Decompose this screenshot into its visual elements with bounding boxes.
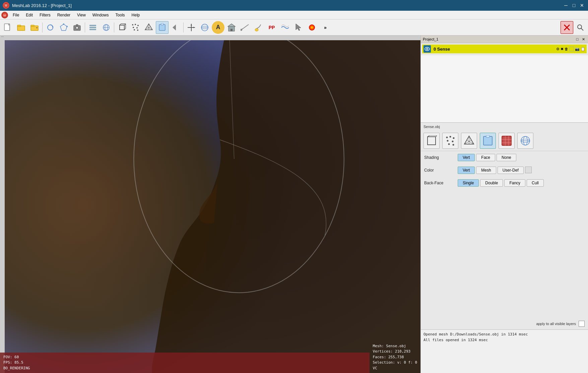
plugin-button[interactable]: PP	[265, 21, 278, 34]
layer-camera-btn[interactable]: 📷	[575, 47, 580, 51]
menu-filters[interactable]: Filters	[36, 11, 54, 19]
globe-button[interactable]	[100, 21, 113, 34]
back-button[interactable]	[169, 21, 182, 34]
menu-edit[interactable]: Edit	[22, 11, 36, 19]
project-restore-button[interactable]: □	[575, 37, 580, 42]
color-mesh-button[interactable]: Mesh	[476, 167, 496, 174]
toolbar-sep-2	[85, 22, 85, 33]
stop-button[interactable]	[561, 21, 573, 34]
open-recent-button[interactable]	[28, 21, 41, 34]
shading-face-button[interactable]: Face	[476, 154, 495, 161]
color-swatch[interactable]	[525, 167, 532, 173]
close-button[interactable]: ✕	[579, 2, 585, 9]
search-toolbar-button[interactable]	[574, 21, 587, 34]
apply-checkbox[interactable]	[579, 321, 585, 327]
color-userdef-button[interactable]: User-Def	[498, 167, 524, 174]
svg-point-33	[137, 25, 139, 26]
project-header: Project_1 □ ✕	[421, 36, 588, 43]
fov-text: FOV: 60	[3, 355, 366, 360]
svg-rect-7	[17, 25, 21, 26]
project-close-button[interactable]: ✕	[581, 37, 586, 42]
text-a-button[interactable]: A	[212, 21, 224, 34]
shading-vert-button[interactable]: Vert	[458, 154, 475, 161]
svg-rect-9	[31, 25, 34, 26]
apply-label: apply to all visible layers	[536, 322, 576, 326]
paint-button[interactable]	[252, 21, 265, 34]
prop-points-icon[interactable]	[442, 133, 458, 149]
backface-buttons: Single Double Fancy Cull	[458, 179, 544, 187]
open-button[interactable]	[15, 21, 27, 34]
ruler-top	[5, 36, 420, 40]
svg-point-77	[453, 137, 455, 139]
svg-rect-18	[76, 24, 78, 26]
select-mesh-button[interactable]	[57, 21, 70, 34]
menu-render[interactable]: Render	[54, 11, 74, 19]
prop-box-icon[interactable]	[423, 133, 440, 149]
color-vert-button[interactable]: Vert	[458, 167, 475, 174]
shading-none-button[interactable]: None	[497, 154, 516, 161]
layer-delete-btn[interactable]: ✖	[561, 47, 564, 51]
menu-tools[interactable]: Tools	[112, 11, 128, 19]
building-button[interactable]	[225, 21, 238, 34]
window-title: MeshLab 2016.12 - [Project_1]	[12, 3, 72, 8]
toolbar: A PP »	[0, 19, 588, 36]
svg-point-14	[66, 26, 68, 27]
menu-view[interactable]: View	[74, 11, 89, 19]
points-button[interactable]	[129, 21, 142, 34]
backface-double-button[interactable]: Double	[480, 179, 503, 187]
backface-cull-button[interactable]: Cull	[527, 179, 544, 187]
layer-color-swatch	[569, 47, 574, 51]
svg-text:M: M	[5, 4, 7, 7]
svg-rect-86	[483, 136, 492, 145]
log-line-2: All files opened in 1324 msec	[423, 337, 585, 343]
layers-button[interactable]	[86, 21, 99, 34]
solid-button[interactable]	[156, 21, 169, 34]
waves-button[interactable]	[279, 21, 291, 34]
color-label: Color	[424, 168, 454, 173]
menu-help[interactable]: Help	[128, 11, 143, 19]
layer-trash-btn[interactable]: 🗑	[565, 47, 568, 51]
prop-wireframe-icon[interactable]	[461, 133, 477, 149]
layer-controls: ⚙ ✖ 🗑 📷 📋	[556, 47, 585, 51]
layer-clipboard-btn[interactable]: 📋	[581, 47, 585, 51]
more-button[interactable]: »	[319, 21, 332, 34]
new-button[interactable]	[1, 21, 14, 34]
measure-button[interactable]	[239, 21, 251, 34]
menubar-logo: M	[1, 12, 8, 18]
toolbar-sep-3	[114, 22, 114, 33]
wireframe-button[interactable]	[142, 21, 155, 34]
svg-marker-53	[228, 24, 235, 26]
backface-label: Back-Face	[424, 181, 454, 185]
backface-fancy-button[interactable]: Fancy	[504, 179, 525, 187]
minimize-button[interactable]: ─	[563, 2, 569, 9]
svg-point-80	[448, 143, 450, 145]
svg-point-75	[446, 137, 448, 138]
svg-point-81	[453, 144, 454, 146]
toolbar-sep-1	[42, 22, 43, 33]
prop-solid-icon[interactable]	[480, 133, 496, 149]
cursor-button[interactable]	[292, 21, 305, 34]
rotate-button[interactable]	[44, 21, 57, 34]
layer-list: 0 Sense ⚙ ✖ 🗑 📷 📋	[421, 43, 588, 55]
screenshot-button[interactable]	[71, 21, 83, 34]
menu-windows[interactable]: Windows	[89, 11, 112, 19]
ruler-left: │	[0, 36, 5, 373]
viewport[interactable]: │ FOV: 60 FPS: 85.5 BO_RENDERING Mesh: S…	[0, 36, 420, 373]
prop-texture-icon[interactable]	[499, 133, 515, 149]
fancy-toolbar-button[interactable]	[306, 21, 318, 34]
menu-file[interactable]: File	[9, 11, 22, 19]
title-bar: M MeshLab 2016.12 - [Project_1] ─ □ ✕	[0, 0, 588, 11]
layer-item[interactable]: 0 Sense ⚙ ✖ 🗑 📷 📋	[422, 45, 587, 53]
axes-button[interactable]	[185, 21, 198, 34]
log-panel: Opened mesh D:/Downloads/Sense.obj in 13…	[421, 329, 588, 373]
prop-fancy-icon[interactable]	[517, 133, 533, 149]
project-header-buttons: □ ✕	[575, 37, 586, 42]
box-view-button[interactable]	[116, 21, 128, 34]
properties-panel: Sense.obj	[421, 123, 588, 329]
backface-single-button[interactable]: Single	[458, 179, 479, 187]
layer-settings-btn[interactable]: ⚙	[556, 47, 560, 51]
main-area: │ FOV: 60 FPS: 85.5 BO_RENDERING Mesh: S…	[0, 36, 588, 373]
maximize-button[interactable]: □	[571, 2, 577, 9]
sphere-button[interactable]	[198, 21, 211, 34]
backface-row: Back-Face Single Double Fancy Cull	[421, 177, 588, 189]
